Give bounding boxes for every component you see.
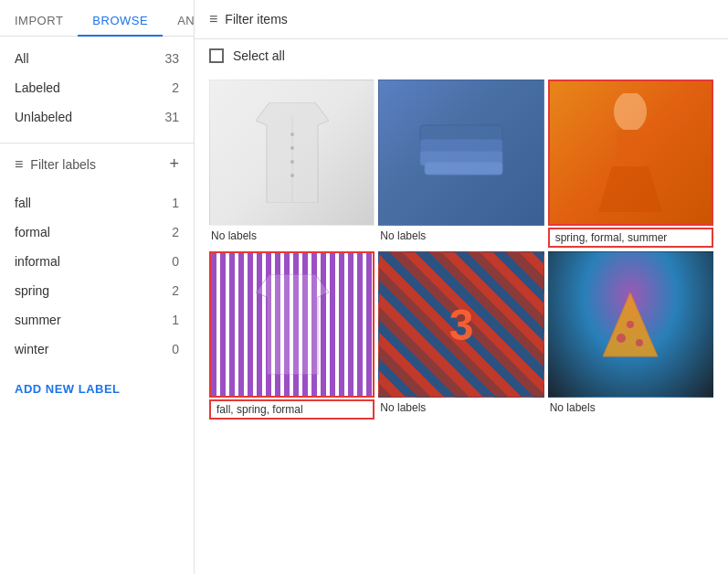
svg-marker-13 bbox=[256, 274, 329, 375]
tab-analyze[interactable]: ANALYZE bbox=[163, 6, 195, 37]
item-image-6 bbox=[548, 251, 713, 398]
fall-count: 1 bbox=[172, 196, 179, 210]
items-grid: No labels No labels bbox=[195, 72, 728, 427]
svg-rect-9 bbox=[425, 162, 502, 175]
item-label-4: fall, spring, formal bbox=[209, 399, 375, 420]
sidebar-row-spring[interactable]: spring 2 bbox=[0, 276, 194, 305]
sidebar-row-labeled[interactable]: Labeled 2 bbox=[0, 73, 194, 102]
add-new-label-button[interactable]: ADD NEW LABEL bbox=[15, 382, 179, 396]
labels-section: fall 1 formal 2 informal 0 spring 2 summ… bbox=[0, 181, 194, 371]
item-image-4 bbox=[209, 251, 375, 398]
sidebar-row-summer[interactable]: summer 1 bbox=[0, 305, 194, 335]
svg-point-10 bbox=[614, 93, 647, 132]
item-label-6: No labels bbox=[548, 398, 713, 418]
svg-marker-12 bbox=[598, 166, 662, 212]
winter-count: 0 bbox=[172, 342, 179, 356]
informal-label: informal bbox=[15, 254, 60, 269]
sidebar-row-informal[interactable]: informal 0 bbox=[0, 247, 194, 276]
main-filter-label: Filter items bbox=[225, 12, 287, 27]
item-image-1 bbox=[209, 80, 375, 226]
sidebar: IMPORT BROWSE ANALYZE All 33 Labeled 2 U… bbox=[0, 0, 195, 574]
item-label-3: spring, formal, summer bbox=[548, 228, 713, 248]
item-card-5[interactable]: 3 No labels bbox=[378, 251, 543, 420]
item-card-1[interactable]: No labels bbox=[209, 80, 375, 248]
labeled-count: 2 bbox=[172, 80, 179, 95]
formal-label: formal bbox=[15, 225, 50, 239]
all-label: All bbox=[15, 51, 29, 66]
sidebar-row-all[interactable]: All 33 bbox=[0, 44, 194, 73]
svg-point-3 bbox=[290, 146, 294, 150]
svg-point-16 bbox=[636, 339, 643, 346]
all-count: 33 bbox=[164, 51, 179, 66]
main-filter-header: ≡ Filter items bbox=[195, 0, 728, 39]
sidebar-row-unlabeled[interactable]: Unlabeled 31 bbox=[0, 102, 194, 132]
item-card-6[interactable]: No labels bbox=[548, 251, 713, 420]
filter-labels-label: Filter labels bbox=[30, 157, 162, 172]
sidebar-row-fall[interactable]: fall 1 bbox=[0, 188, 194, 218]
summer-count: 1 bbox=[172, 313, 179, 327]
count-section: All 33 Labeled 2 Unlabeled 31 bbox=[0, 37, 194, 139]
plaid-number: 3 bbox=[449, 300, 474, 350]
item-image-5: 3 bbox=[378, 251, 543, 398]
informal-count: 0 bbox=[172, 254, 179, 269]
fall-label: fall bbox=[15, 196, 31, 210]
filter-labels-bar: ≡ Filter labels + bbox=[0, 147, 194, 181]
tab-browse[interactable]: BROWSE bbox=[78, 6, 163, 37]
svg-point-5 bbox=[290, 174, 294, 177]
item-image-3 bbox=[548, 80, 713, 226]
sidebar-row-winter[interactable]: winter 0 bbox=[0, 335, 194, 364]
labeled-label: Labeled bbox=[15, 80, 60, 95]
main-tabs: IMPORT BROWSE ANALYZE bbox=[0, 0, 194, 37]
spring-count: 2 bbox=[172, 283, 179, 298]
main-content: ≡ Filter items Select all No labels bbox=[195, 0, 728, 574]
svg-rect-11 bbox=[617, 130, 644, 166]
add-label-icon[interactable]: + bbox=[169, 154, 179, 174]
divider-1 bbox=[0, 143, 194, 144]
filter-labels-icon: ≡ bbox=[15, 156, 23, 173]
item-label-1: No labels bbox=[209, 226, 375, 246]
svg-point-4 bbox=[290, 160, 294, 164]
spring-label: spring bbox=[15, 283, 49, 298]
tab-import[interactable]: IMPORT bbox=[0, 6, 78, 37]
item-image-2 bbox=[378, 80, 543, 226]
svg-point-17 bbox=[627, 321, 634, 328]
sidebar-row-formal[interactable]: formal 2 bbox=[0, 218, 194, 247]
select-all-bar: Select all bbox=[195, 39, 728, 72]
svg-point-15 bbox=[617, 334, 626, 343]
winter-label: winter bbox=[15, 342, 48, 356]
formal-count: 2 bbox=[172, 225, 179, 239]
item-card-2[interactable]: No labels bbox=[378, 80, 543, 248]
select-all-label: Select all bbox=[233, 48, 285, 63]
summer-label: summer bbox=[15, 313, 61, 327]
item-card-4[interactable]: fall, spring, formal bbox=[209, 251, 375, 420]
main-filter-icon: ≡ bbox=[209, 11, 217, 27]
unlabeled-label: Unlabeled bbox=[15, 110, 72, 124]
item-card-3[interactable]: spring, formal, summer bbox=[548, 80, 713, 248]
item-label-5: No labels bbox=[378, 398, 543, 418]
item-label-2: No labels bbox=[378, 226, 543, 246]
svg-point-2 bbox=[290, 133, 294, 136]
select-all-checkbox[interactable] bbox=[209, 48, 224, 63]
unlabeled-count: 31 bbox=[164, 110, 179, 124]
